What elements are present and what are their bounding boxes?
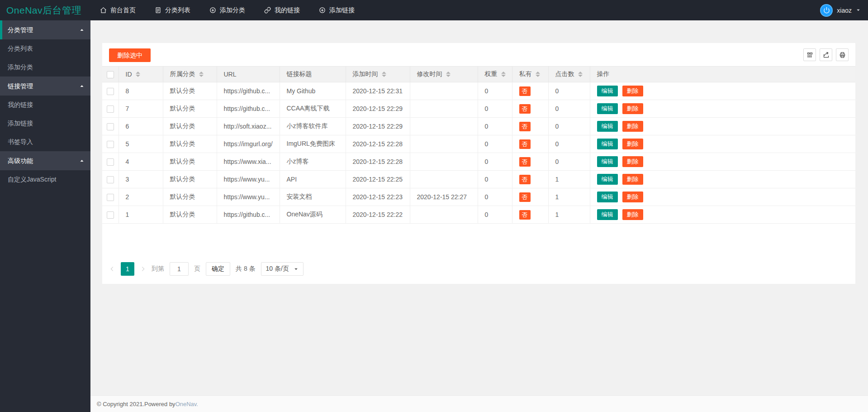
navbar-item-2[interactable]: 分类列表 (145, 0, 200, 20)
cell-private: 否 (512, 100, 548, 118)
edit-button[interactable]: 编辑 (597, 86, 618, 96)
navbar-item-1[interactable]: 前台首页 (90, 0, 145, 20)
onenav-link[interactable]: OneNav. (175, 401, 198, 407)
edit-button[interactable]: 编辑 (597, 121, 618, 132)
sidebar-item[interactable]: 分类列表 (0, 39, 90, 58)
export-button[interactable] (820, 48, 832, 61)
cell-actions: 编辑删除 (590, 118, 855, 135)
current-page-button[interactable]: 1 (121, 262, 134, 276)
navbar-item-4[interactable]: 我的链接 (255, 0, 309, 20)
row-checkbox[interactable] (107, 123, 114, 130)
edit-button[interactable]: 编辑 (597, 103, 618, 114)
print-icon (839, 52, 846, 58)
sort-icon[interactable] (382, 72, 386, 77)
edit-button[interactable]: 编辑 (597, 174, 618, 185)
page-size-select[interactable]: 10 条/页 (261, 262, 304, 276)
table-row: 2默认分类https://www.yu...安装文档2020-12-15 22:… (102, 188, 855, 206)
delete-selected-button[interactable]: 删除选中 (109, 48, 151, 62)
cell-category: 默认分类 (163, 171, 217, 188)
navbar-item-5[interactable]: 添加链接 (309, 0, 364, 20)
caret-up-icon (79, 158, 85, 163)
cell-id: 7 (119, 100, 163, 118)
cell-url: http://soft.xiaoz... (217, 118, 280, 135)
cell-update_time (410, 206, 478, 224)
edit-button[interactable]: 编辑 (597, 139, 618, 149)
delete-button[interactable]: 删除 (622, 156, 643, 167)
cell-id: 4 (119, 153, 163, 171)
cell-category: 默认分类 (163, 188, 217, 206)
row-checkbox[interactable] (107, 158, 114, 166)
row-checkbox-cell (102, 100, 119, 118)
cell-private: 否 (512, 153, 548, 171)
sort-icon[interactable] (578, 72, 583, 77)
delete-button[interactable]: 删除 (622, 86, 643, 96)
cell-update_time (410, 153, 478, 171)
links-table: ID所属分类URL链接标题添加时间修改时间权重私有点击数操作 8默认分类http… (102, 66, 855, 224)
pagination: 1 到第 页 确定 共 8 条 10 条/页 (102, 262, 855, 276)
sort-icon[interactable] (501, 72, 506, 77)
select-all-checkbox[interactable] (107, 71, 114, 78)
row-checkbox[interactable] (107, 211, 114, 219)
delete-button[interactable]: 删除 (622, 192, 643, 202)
cell-clicks: 0 (548, 118, 590, 135)
cell-url: https://github.c... (217, 100, 280, 118)
row-checkbox[interactable] (107, 105, 114, 113)
row-checkbox[interactable] (107, 194, 114, 201)
sidebar-item[interactable]: 自定义JavaScript (0, 170, 90, 189)
delete-button[interactable]: 删除 (622, 121, 643, 132)
sidebar-item[interactable]: 我的链接 (0, 96, 90, 114)
row-checkbox-cell (102, 82, 119, 100)
columns-button[interactable] (803, 48, 816, 61)
delete-button[interactable]: 删除 (622, 174, 643, 185)
edit-button[interactable]: 编辑 (597, 209, 618, 220)
plus-circle-icon (209, 7, 216, 14)
user-menu[interactable]: xiaoz (820, 4, 868, 17)
table-row: 7默认分类https://github.c...CCAA离线下载2020-12-… (102, 100, 855, 118)
cell-private: 否 (512, 135, 548, 153)
row-checkbox[interactable] (107, 141, 114, 148)
cell-private: 否 (512, 82, 548, 100)
prev-page-button[interactable] (109, 266, 115, 272)
next-page-button[interactable] (140, 266, 146, 272)
cell-clicks: 0 (548, 153, 590, 171)
sort-icon[interactable] (536, 72, 540, 77)
delete-button[interactable]: 删除 (622, 209, 643, 220)
row-checkbox-cell (102, 153, 119, 171)
cell-url: https://imgurl.org/ (217, 135, 280, 153)
navbar-item-3[interactable]: 添加分类 (200, 0, 255, 20)
delete-button[interactable]: 删除 (622, 103, 643, 114)
sidebar-item[interactable]: 书签导入 (0, 133, 90, 151)
row-checkbox[interactable] (107, 88, 114, 95)
cell-add_time: 2020-12-15 22:23 (346, 188, 410, 206)
table-empty-area (102, 224, 855, 262)
column-header-category: 所属分类 (163, 67, 217, 82)
cell-add_time: 2020-12-15 22:28 (346, 135, 410, 153)
goto-page-input[interactable] (170, 262, 189, 276)
caret-up-icon (79, 27, 85, 33)
edit-button[interactable]: 编辑 (597, 192, 618, 202)
page-size-value: 10 条/页 (266, 265, 289, 273)
caret-down-icon (294, 267, 299, 272)
sidebar-item[interactable]: 添加分类 (0, 58, 90, 77)
columns-icon (806, 52, 813, 58)
sort-icon[interactable] (136, 72, 140, 77)
sort-icon[interactable] (199, 72, 204, 77)
print-button[interactable] (836, 48, 849, 61)
sidebar-item[interactable]: 添加链接 (0, 114, 90, 133)
sidebar-group-1[interactable]: 分类管理 (0, 20, 90, 39)
sort-icon[interactable] (446, 72, 451, 77)
sidebar-group-3[interactable]: 高级功能 (0, 151, 90, 170)
confirm-page-button[interactable]: 确定 (206, 262, 230, 276)
cell-update_time (410, 118, 478, 135)
cell-id: 5 (119, 135, 163, 153)
cell-add_time: 2020-12-15 22:29 (346, 118, 410, 135)
row-checkbox[interactable] (107, 176, 114, 183)
private-badge: 否 (519, 175, 531, 184)
cell-weight: 0 (478, 135, 512, 153)
delete-button[interactable]: 删除 (622, 139, 643, 149)
sidebar-group-2[interactable]: 链接管理 (0, 77, 90, 96)
cell-category: 默认分类 (163, 82, 217, 100)
edit-button[interactable]: 编辑 (597, 156, 618, 167)
row-checkbox-cell (102, 188, 119, 206)
cell-id: 6 (119, 118, 163, 135)
